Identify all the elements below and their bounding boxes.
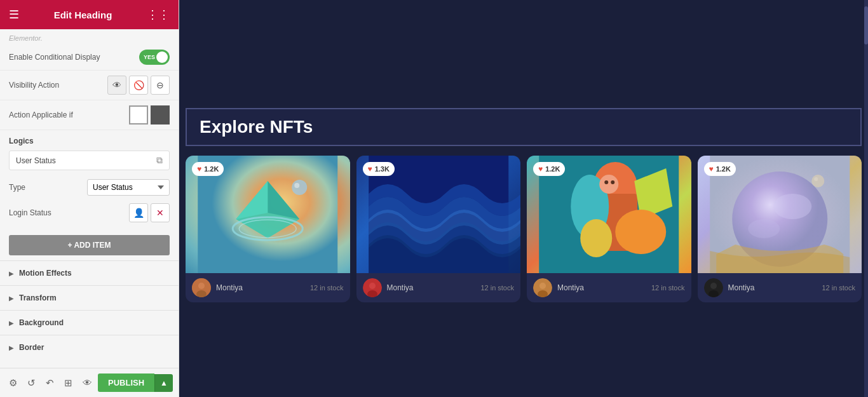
content-header-banner [179, 0, 868, 108]
transform-header[interactable]: ▶ Transform [0, 286, 179, 310]
scroll-indicator [864, 0, 868, 397]
motion-effects-arrow: ▶ [9, 270, 14, 277]
nft-card-3-footer: Montiya 12 in stock [527, 273, 691, 302]
login-status-label: Login Status [9, 208, 51, 217]
applicable-one-btn[interactable] [151, 105, 170, 124]
background-title: Background [19, 318, 64, 327]
logics-title: Logics [9, 137, 170, 145]
panel-title: Edit Heading [54, 10, 112, 20]
panel-scrollable: Elementor. Enable Conditional Display YE… [0, 29, 179, 397]
border-header[interactable]: ▶ Border [0, 335, 179, 360]
explore-section: Explore NFTs [186, 108, 862, 146]
action-applicable-label: Action Applicable if [9, 111, 73, 119]
type-select[interactable]: User Status [87, 179, 170, 196]
toolbar-icons: ⚙ ↺ ↶ ⊞ 👁 [6, 375, 95, 391]
responsive-icon[interactable]: ⊞ [62, 375, 75, 391]
nft-card-2-artist: Montiya [387, 283, 414, 292]
login-remove-btn[interactable]: ✕ [151, 203, 170, 222]
visibility-hide-btn[interactable]: 🚫 [129, 76, 148, 95]
svg-point-24 [611, 180, 614, 184]
svg-point-21 [580, 219, 612, 257]
conditional-display-label: Enable Conditional Display [9, 53, 100, 62]
action-applicable-buttons [129, 105, 170, 124]
svg-point-9 [198, 283, 205, 289]
nft-card-3: ♥ 1.2K Montiya 12 in stock [527, 156, 691, 302]
svg-point-26 [539, 283, 546, 289]
border-title: Border [19, 343, 44, 352]
heart-icon-4: ♥ [709, 165, 714, 173]
svg-point-32 [811, 175, 824, 187]
nft-card-4: ♥ 1.2K Montiya 12 in stock [698, 156, 862, 302]
panel-header: ☰ Edit Heading ⋮⋮ [0, 0, 179, 29]
transform-arrow: ▶ [9, 295, 14, 302]
background-section: ▶ Background [0, 310, 179, 335]
explore-title: Explore NFTs [200, 117, 313, 137]
nft-card-1-footer: Montiya 12 in stock [186, 273, 350, 302]
publish-button[interactable]: PUBLISH [98, 373, 154, 392]
nft-card-1-avatar [192, 278, 211, 297]
login-person-btn[interactable]: 👤 [129, 203, 148, 222]
visibility-action-label: Visibility Action [9, 81, 59, 90]
nft-card-4-image: ♥ 1.2K [698, 156, 862, 273]
user-status-text: User Status [16, 156, 56, 165]
nft-grid: ♥ 1.2K Montiya 12 in stock [179, 146, 868, 312]
nft-card-4-avatar [704, 278, 723, 297]
motion-effects-header[interactable]: ▶ Motion Effects [0, 261, 179, 285]
motion-effects-section: ▶ Motion Effects [0, 260, 179, 285]
publish-arrow-btn[interactable]: ▲ [154, 374, 173, 392]
visibility-action-row: Visibility Action 👁 🚫 ⊖ [0, 71, 179, 100]
copy-item-btn[interactable]: ⧉ [156, 155, 163, 166]
svg-point-33 [814, 177, 818, 181]
history-icon[interactable]: ↺ [25, 375, 38, 391]
svg-point-20 [615, 210, 666, 254]
background-header[interactable]: ▶ Background [0, 311, 179, 335]
heart-icon-3: ♥ [538, 165, 543, 173]
border-section: ▶ Border [0, 335, 179, 360]
applicable-all-btn[interactable] [129, 105, 148, 124]
svg-point-35 [710, 283, 717, 289]
scroll-thumb [864, 6, 868, 44]
login-status-buttons: 👤 ✕ [129, 203, 170, 222]
heart-icon-2: ♥ [368, 165, 372, 173]
publish-btn-group: PUBLISH ▲ [98, 373, 173, 392]
nft-card-3-stock: 12 in stock [651, 284, 685, 292]
conditional-display-row: Enable Conditional Display YES [0, 44, 179, 71]
visibility-show-btn[interactable]: 👁 [107, 76, 126, 95]
nft-card-1-stock: 12 in stock [310, 284, 344, 292]
type-row: Type User Status [9, 177, 170, 201]
eye-icon[interactable]: 👁 [80, 375, 95, 391]
add-item-btn[interactable]: + ADD ITEM [9, 235, 170, 255]
nft-card-1: ♥ 1.2K Montiya 12 in stock [186, 156, 350, 302]
nft-card-2-likes: ♥ 1.3K [363, 162, 395, 176]
grid-icon[interactable]: ⋮⋮ [147, 8, 170, 22]
visibility-toggle-btn[interactable]: ⊖ [151, 76, 170, 95]
nft-card-4-likes: ♥ 1.2K [704, 162, 736, 176]
toggle-yes-label: YES [144, 54, 155, 60]
nft-card-4-footer: Montiya 12 in stock [698, 273, 862, 302]
bottom-toolbar: ⚙ ↺ ↶ ⊞ 👁 PUBLISH ▲ [0, 368, 179, 397]
nft-card-2-stock: 12 in stock [480, 284, 514, 292]
settings-icon[interactable]: ⚙ [6, 375, 20, 391]
visibility-action-buttons: 👁 🚫 ⊖ [107, 76, 170, 95]
transform-title: Transform [19, 293, 57, 302]
hamburger-icon[interactable]: ☰ [9, 8, 19, 22]
background-arrow: ▶ [9, 320, 14, 326]
nft-card-3-artist: Montiya [557, 283, 584, 292]
nft-card-4-stock: 12 in stock [822, 284, 855, 292]
type-label: Type [9, 183, 25, 192]
undo-icon[interactable]: ↶ [43, 375, 57, 391]
border-arrow: ▶ [9, 344, 14, 351]
nft-card-1-artist: Montiya [216, 283, 243, 292]
svg-point-30 [773, 194, 811, 219]
nft-card-2-footer: Montiya 12 in stock [356, 273, 521, 302]
transform-section: ▶ Transform [0, 285, 179, 310]
nft-card-3-image: ♥ 1.2K [527, 156, 691, 273]
action-applicable-row: Action Applicable if [0, 100, 179, 130]
nft-card-3-avatar [533, 278, 552, 297]
svg-point-22 [599, 175, 618, 194]
svg-point-23 [604, 180, 608, 184]
conditional-display-toggle[interactable]: YES [139, 50, 170, 65]
svg-point-7 [294, 183, 299, 188]
elementor-label: Elementor. [0, 29, 179, 44]
nft-card-2-image: ♥ 1.3K [356, 156, 521, 273]
